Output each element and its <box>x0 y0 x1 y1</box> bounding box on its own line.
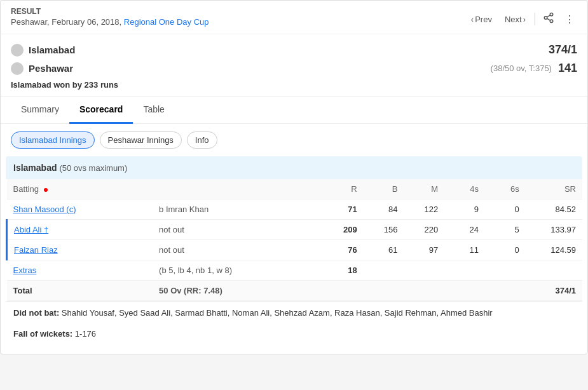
innings-team-name: Islamabad <box>13 163 57 173</box>
innings-tabs: Islamabad Innings Peshawar Innings Info <box>1 124 587 156</box>
more-options-button[interactable]: ⋮ <box>562 11 577 28</box>
result-label: RESULT <box>11 7 209 16</box>
header-left: RESULT Peshawar, February 06, 2018, Regi… <box>11 7 209 27</box>
peshawar-score-group: (38/50 ov, T:375) 141 <box>491 62 577 75</box>
peshawar-sub: (38/50 ov, T:375) <box>491 64 552 73</box>
batting-table: Batting R B M 4s 6s SR Shan Masood (c)b … <box>6 179 582 301</box>
peshawar-score: 141 <box>558 62 577 75</box>
dismissal: (b 5, lb 4, nb 1, w 8) <box>153 260 315 281</box>
innings-title-bar: Islamabad (50 ovs maximum) <box>6 156 582 179</box>
cell-4s: 24 <box>444 220 485 240</box>
player-name[interactable]: Shan Masood (c) <box>13 205 76 214</box>
prev-label: Prev <box>475 15 492 24</box>
teams-section: Islamabad 374/1 Peshawar (38/50 ov, T:37… <box>1 34 587 97</box>
dismissal: not out <box>153 220 315 240</box>
table-row: Faizan Riaznot out766197110124.59 <box>7 240 583 260</box>
innings-btn-peshawar[interactable]: Peshawar Innings <box>100 131 182 149</box>
fall-of-wickets-label: Fall of wickets: <box>13 329 72 339</box>
match-location-date: Peshawar, February 06, 2018, <box>11 17 121 27</box>
scorecard-section: Islamabad (50 ovs maximum) Batting R B M… <box>1 156 587 354</box>
dot-indicator <box>44 188 48 192</box>
cell-4s <box>444 260 485 281</box>
tabs-section: Summary Scorecard Table <box>1 97 587 124</box>
cell-sr: 133.97 <box>526 220 582 240</box>
islamabad-icon <box>11 44 24 57</box>
next-button[interactable]: Next › <box>501 12 530 27</box>
cell-b: 84 <box>364 199 404 220</box>
tournament-link[interactable]: Regional One Day Cup <box>124 17 209 27</box>
tab-table[interactable]: Table <box>133 97 174 124</box>
innings-subtitle: (50 ovs maximum) <box>59 163 127 173</box>
player-name[interactable]: Abid Ali † <box>14 225 48 234</box>
table-row: Extras(b 5, lb 4, nb 1, w 8)18 <box>7 260 583 281</box>
dismissal: b Imran Khan <box>153 199 315 220</box>
total-detail: 50 Ov (RR: 7.48) <box>153 281 315 301</box>
main-container: RESULT Peshawar, February 06, 2018, Regi… <box>0 0 588 354</box>
col-m: M <box>404 179 444 199</box>
cell-r: 209 <box>315 220 364 240</box>
cell-6s <box>485 260 526 281</box>
result-text: Islamabad won by 233 runs <box>11 80 577 90</box>
match-info: Peshawar, February 06, 2018, Regional On… <box>11 17 209 27</box>
did-not-bat-players: Shahid Yousaf, Syed Saad Ali, Sarmad Bha… <box>62 308 493 318</box>
col-batting: Batting <box>7 179 153 199</box>
innings-title: Islamabad (50 ovs maximum) <box>13 163 127 173</box>
team-islamabad-left: Islamabad <box>11 44 75 57</box>
table-row: Abid Ali †not out209156220245133.97 <box>7 220 583 240</box>
cell-b: 61 <box>364 240 404 260</box>
divider <box>535 13 535 25</box>
islamabad-name: Islamabad <box>29 44 75 55</box>
innings-btn-info[interactable]: Info <box>187 131 217 149</box>
table-row: Shan Masood (c)b Imran Khan71841229084.5… <box>7 199 583 220</box>
cell-6s: 0 <box>485 199 526 220</box>
cell-m <box>404 260 444 281</box>
fall-of-wickets-section: Fall of wickets: 1-176 <box>6 324 582 344</box>
next-label: Next <box>505 15 522 24</box>
team-row-islamabad: Islamabad 374/1 <box>11 41 577 59</box>
col-b: B <box>364 179 404 199</box>
chevron-left-icon: ‹ <box>471 15 474 24</box>
total-label: Total <box>7 281 153 301</box>
total-score: 374/1 <box>315 281 582 301</box>
innings-btn-islamabad[interactable]: Islamabad Innings <box>11 131 95 149</box>
col-4s: 4s <box>444 179 485 199</box>
col-r: R <box>315 179 364 199</box>
cell-sr: 84.52 <box>526 199 582 220</box>
peshawar-icon <box>11 62 24 75</box>
share-button[interactable] <box>540 10 557 29</box>
cell-b <box>364 260 404 281</box>
tab-scorecard[interactable]: Scorecard <box>69 97 133 124</box>
islamabad-score: 374/1 <box>549 43 577 57</box>
tab-summary[interactable]: Summary <box>11 97 69 124</box>
col-dismissal <box>153 179 315 199</box>
more-icon: ⋮ <box>564 14 575 25</box>
team-peshawar-left: Peshawar <box>11 62 73 75</box>
col-6s: 6s <box>485 179 526 199</box>
svg-line-4 <box>547 15 550 17</box>
fall-of-wickets-data: 1-176 <box>75 329 96 339</box>
cell-r: 76 <box>315 240 364 260</box>
cell-m: 220 <box>404 220 444 240</box>
cell-6s: 5 <box>485 220 526 240</box>
col-sr: SR <box>526 179 582 199</box>
table-header-row: Batting R B M 4s 6s SR <box>7 179 583 199</box>
prev-button[interactable]: ‹ Prev <box>467 12 496 27</box>
player-name[interactable]: Faizan Riaz <box>14 245 58 255</box>
cell-6s: 0 <box>485 240 526 260</box>
cell-4s: 9 <box>444 199 485 220</box>
chevron-right-icon: › <box>523 15 526 24</box>
dismissal: not out <box>153 240 315 260</box>
svg-point-0 <box>550 13 553 17</box>
cell-b: 156 <box>364 220 404 240</box>
cell-4s: 11 <box>444 240 485 260</box>
cell-r: 71 <box>315 199 364 220</box>
header: RESULT Peshawar, February 06, 2018, Regi… <box>1 1 587 34</box>
svg-line-3 <box>547 18 550 20</box>
header-right: ‹ Prev Next › ⋮ <box>467 10 577 29</box>
player-name[interactable]: Extras <box>13 266 37 275</box>
did-not-bat-section: Did not bat: Shahid Yousaf, Syed Saad Al… <box>6 301 582 324</box>
svg-point-2 <box>550 20 553 23</box>
cell-m: 97 <box>404 240 444 260</box>
team-row-peshawar: Peshawar (38/50 ov, T:375) 141 <box>11 59 577 77</box>
svg-point-1 <box>544 17 547 20</box>
